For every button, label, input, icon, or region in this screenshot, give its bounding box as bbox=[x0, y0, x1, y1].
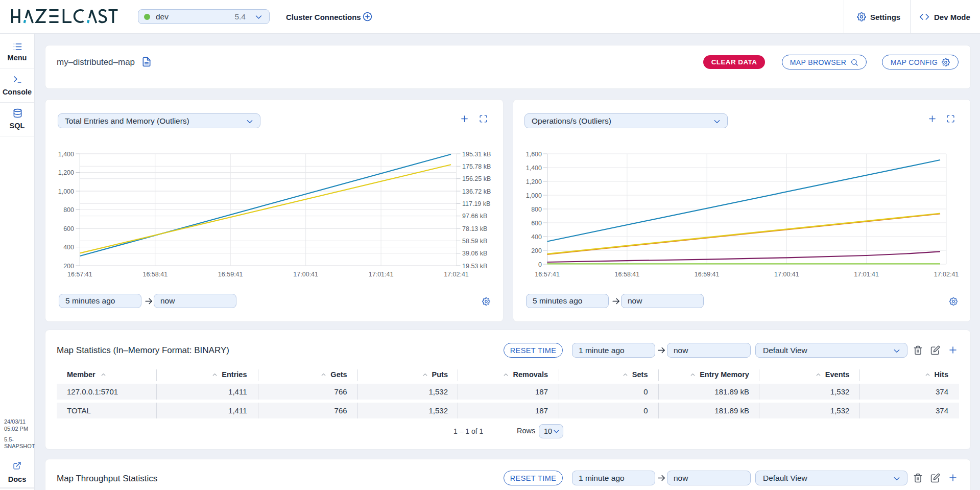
svg-text:16:58:41: 16:58:41 bbox=[142, 271, 168, 278]
svg-text:800: 800 bbox=[63, 206, 74, 214]
svg-text:195.31 kB: 195.31 kB bbox=[462, 151, 491, 158]
svg-text:17:00:41: 17:00:41 bbox=[774, 271, 799, 278]
svg-text:16:57:41: 16:57:41 bbox=[67, 271, 92, 278]
svg-text:1,200: 1,200 bbox=[526, 178, 542, 185]
svg-text:19.53 kB: 19.53 kB bbox=[462, 263, 487, 270]
svg-text:117.19 kB: 117.19 kB bbox=[462, 200, 490, 207]
svg-text:1,200: 1,200 bbox=[58, 169, 74, 176]
svg-text:39.06 kB: 39.06 kB bbox=[462, 250, 487, 257]
svg-text:1,000: 1,000 bbox=[526, 192, 542, 199]
svg-text:600: 600 bbox=[531, 220, 542, 227]
svg-text:78.13 kB: 78.13 kB bbox=[462, 225, 487, 232]
svg-text:58.59 kB: 58.59 kB bbox=[462, 238, 487, 245]
svg-text:17:01:41: 17:01:41 bbox=[369, 271, 394, 278]
svg-text:136.72 kB: 136.72 kB bbox=[462, 188, 491, 195]
svg-text:17:00:41: 17:00:41 bbox=[293, 271, 318, 278]
svg-text:16:58:41: 16:58:41 bbox=[615, 271, 640, 278]
svg-text:400: 400 bbox=[63, 244, 74, 251]
svg-text:200: 200 bbox=[63, 263, 74, 270]
svg-text:17:02:41: 17:02:41 bbox=[934, 271, 959, 278]
svg-text:400: 400 bbox=[531, 234, 542, 241]
svg-text:16:57:41: 16:57:41 bbox=[535, 271, 560, 278]
svg-text:175.78 kB: 175.78 kB bbox=[462, 163, 491, 170]
svg-text:1,600: 1,600 bbox=[526, 151, 542, 158]
svg-text:16:59:41: 16:59:41 bbox=[695, 271, 720, 278]
svg-text:16:59:41: 16:59:41 bbox=[218, 271, 243, 278]
svg-text:1,000: 1,000 bbox=[58, 188, 74, 195]
svg-text:17:02:41: 17:02:41 bbox=[444, 271, 469, 278]
svg-text:97.66 kB: 97.66 kB bbox=[462, 213, 487, 220]
svg-text:600: 600 bbox=[63, 225, 74, 232]
svg-text:800: 800 bbox=[531, 206, 542, 213]
svg-text:1,400: 1,400 bbox=[58, 151, 74, 158]
svg-text:1,400: 1,400 bbox=[526, 165, 542, 172]
svg-text:0: 0 bbox=[538, 261, 542, 268]
svg-text:17:01:41: 17:01:41 bbox=[854, 271, 879, 278]
svg-text:200: 200 bbox=[531, 247, 542, 254]
svg-text:156.25 kB: 156.25 kB bbox=[462, 175, 491, 182]
